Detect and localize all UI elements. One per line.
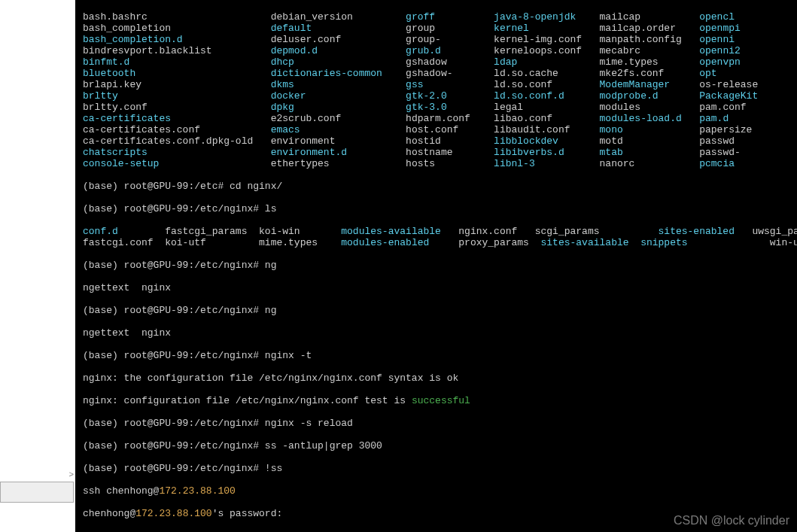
terminal-output[interactable]: bash.bashrc debian_version groff java-8-…	[77, 0, 797, 532]
watermark: CSDN @lock cylinder	[674, 515, 789, 526]
sidebar: >	[0, 0, 75, 532]
sidebar-input-area[interactable]	[0, 482, 74, 503]
sidebar-arrow-icon: >	[68, 470, 74, 481]
